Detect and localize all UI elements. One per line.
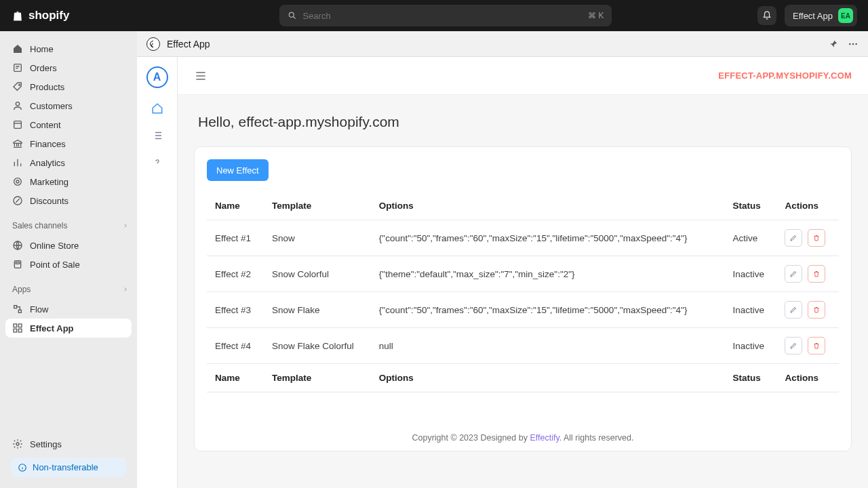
pin-icon[interactable] — [829, 39, 838, 49]
delete-button[interactable] — [808, 265, 825, 283]
tf-name: Name — [207, 364, 264, 392]
trash-icon — [812, 306, 821, 314]
sidebar-item-marketing[interactable]: Marketing — [5, 172, 132, 191]
svg-rect-14 — [14, 324, 17, 327]
store-icon — [12, 240, 23, 251]
shop-domain-label: EFFECT-APP.MYSHOPIFY.COM — [718, 70, 852, 81]
new-effect-button[interactable]: New Effect — [207, 159, 269, 181]
analytics-icon — [12, 157, 23, 168]
sidebar-item-label: Customers — [30, 101, 73, 111]
edit-button[interactable] — [785, 337, 802, 354]
gear-icon — [12, 439, 23, 449]
apps-heading[interactable]: Apps — [0, 277, 137, 297]
search-icon — [288, 11, 297, 20]
sidebar-item-content[interactable]: Content — [5, 115, 132, 134]
primary-sidebar: Home Orders Products Customers Content F… — [0, 31, 137, 488]
app-nav-list[interactable] — [151, 129, 164, 142]
svg-rect-16 — [14, 329, 17, 332]
effectify-logo[interactable]: A — [146, 66, 168, 88]
search-input[interactable] — [302, 11, 588, 21]
sidebar-item-effect-app[interactable]: Effect App — [5, 319, 132, 338]
tag-icon — [12, 81, 23, 92]
sales-channels-heading[interactable]: Sales channels — [0, 213, 137, 233]
discount-icon — [12, 195, 23, 206]
cell-options: {"count":"50","frames":"60","maxSize":"1… — [371, 292, 725, 328]
content-area: Effect App A — [137, 31, 868, 488]
cell-options: {"theme":"default","max_size":"7","min_s… — [371, 256, 725, 292]
app-nav-help[interactable] — [151, 156, 164, 169]
cell-status: Inactive — [725, 292, 777, 328]
sidebar-item-analytics[interactable]: Analytics — [5, 153, 132, 172]
cell-options: {"count":"50","frames":"60","maxSize":"1… — [371, 220, 725, 256]
sidebar-item-home[interactable]: Home — [5, 39, 132, 58]
app-title: Effect App — [167, 39, 210, 49]
sidebar-item-label: Finances — [30, 139, 66, 149]
cell-template: Snow — [264, 220, 371, 256]
app-body: Hello, effect-app.myshopify.com New Effe… — [178, 95, 868, 488]
edit-button[interactable] — [785, 301, 802, 319]
th-template: Template — [264, 192, 371, 220]
cell-name: Effect #4 — [207, 328, 264, 364]
sidebar-item-settings[interactable]: Settings — [5, 434, 132, 453]
shopify-logo[interactable]: shopify — [11, 8, 69, 23]
table-header-row: Name Template Options Status Actions — [207, 192, 839, 220]
more-icon[interactable] — [848, 39, 859, 49]
non-transferable-pill[interactable]: Non-transferable — [11, 458, 126, 477]
app-toprow: EFFECT-APP.MYSHOPIFY.COM — [178, 57, 868, 95]
svg-point-6 — [14, 178, 22, 186]
sidebar-item-flow[interactable]: Flow — [5, 300, 132, 319]
sidebar-item-customers[interactable]: Customers — [5, 96, 132, 115]
target-icon — [12, 176, 23, 187]
hamburger-icon[interactable] — [194, 69, 208, 83]
edit-button[interactable] — [785, 265, 802, 283]
app-left-rail: A — [137, 57, 178, 488]
sidebar-item-finances[interactable]: Finances — [5, 134, 132, 153]
heading-label: Sales channels — [12, 221, 67, 230]
footer-link[interactable]: Effectify — [530, 433, 559, 443]
chevron-right-icon — [122, 286, 129, 293]
sidebar-item-orders[interactable]: Orders — [5, 58, 132, 77]
cell-status: Inactive — [725, 256, 777, 292]
cell-template: Snow Flake — [264, 292, 371, 328]
delete-button[interactable] — [808, 229, 825, 247]
bell-icon — [762, 11, 772, 20]
trash-icon — [812, 342, 821, 350]
cell-name: Effect #3 — [207, 292, 264, 328]
cell-name: Effect #1 — [207, 220, 264, 256]
account-menu[interactable]: Effect App EA — [785, 5, 857, 26]
pos-icon — [12, 259, 23, 270]
tf-actions: Actions — [776, 364, 839, 392]
svg-rect-13 — [18, 310, 21, 312]
app-nav-home[interactable] — [151, 102, 164, 115]
effects-table: Name Template Options Status Actions Eff… — [207, 192, 839, 392]
sidebar-item-products[interactable]: Products — [5, 77, 132, 96]
svg-rect-15 — [18, 324, 22, 327]
delete-button[interactable] — [808, 301, 825, 319]
sidebar-item-pos[interactable]: Point of Sale — [5, 255, 132, 274]
sidebar-item-label: Content — [30, 120, 61, 130]
sidebar-item-online-store[interactable]: Online Store — [5, 236, 132, 255]
sidebar-item-discounts[interactable]: Discounts — [5, 191, 132, 210]
global-topbar: shopify ⌘ K Effect App EA — [0, 0, 868, 31]
cell-actions — [776, 292, 839, 328]
th-name: Name — [207, 192, 264, 220]
settings-label: Settings — [30, 439, 62, 449]
svg-line-1 — [294, 17, 296, 19]
pencil-icon — [789, 270, 797, 278]
person-icon — [12, 100, 23, 111]
list-icon — [151, 129, 163, 142]
svg-point-3 — [19, 84, 20, 85]
sidebar-item-label: Products — [30, 82, 64, 92]
svg-point-20 — [849, 43, 851, 45]
cell-actions — [776, 328, 839, 364]
non-transferable-label: Non-transferable — [33, 462, 98, 472]
th-status: Status — [725, 192, 777, 220]
delete-button[interactable] — [808, 337, 825, 354]
edit-button[interactable] — [785, 229, 802, 247]
notifications-button[interactable] — [757, 6, 776, 25]
brand-text: shopify — [28, 9, 69, 22]
global-search[interactable]: ⌘ K — [279, 5, 612, 26]
avatar: EA — [838, 8, 853, 23]
trash-icon — [812, 234, 821, 242]
table-row: Effect #3Snow Flake{"count":"50","frames… — [207, 292, 839, 328]
